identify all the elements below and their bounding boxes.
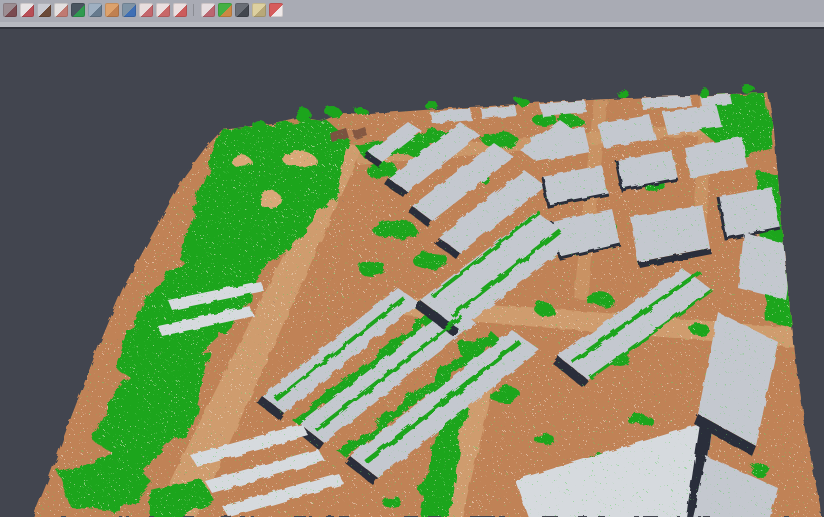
mesh-icon[interactable] bbox=[37, 3, 51, 17]
classification-colors-icon[interactable] bbox=[218, 3, 232, 17]
import-cloud-icon[interactable] bbox=[20, 3, 34, 17]
tree bbox=[293, 108, 311, 120]
snapshot-icon[interactable] bbox=[235, 3, 249, 17]
toolbar-separator bbox=[190, 3, 198, 17]
tree bbox=[741, 85, 755, 93]
tree bbox=[251, 119, 265, 129]
zoom-extents-icon[interactable] bbox=[173, 3, 187, 17]
layers-icon[interactable] bbox=[139, 3, 153, 17]
toolbar-icons bbox=[3, 3, 283, 17]
sample-points-icon[interactable] bbox=[54, 3, 68, 17]
tree bbox=[696, 87, 708, 95]
tree bbox=[354, 106, 366, 114]
clear-selection-icon[interactable] bbox=[201, 3, 215, 17]
side-panel-icon[interactable] bbox=[88, 3, 102, 17]
measure-icon[interactable] bbox=[252, 3, 266, 17]
target-icon[interactable] bbox=[156, 3, 170, 17]
scene-canvas bbox=[0, 29, 824, 517]
terrain-icon[interactable] bbox=[71, 3, 85, 17]
tree bbox=[425, 102, 439, 110]
tree bbox=[516, 97, 528, 105]
tree bbox=[618, 91, 630, 99]
application-window bbox=[0, 0, 824, 517]
open-file-icon[interactable] bbox=[3, 3, 17, 17]
flag-icon[interactable] bbox=[269, 3, 283, 17]
crop-box-icon[interactable] bbox=[105, 3, 119, 17]
3d-viewport[interactable] bbox=[0, 29, 824, 517]
terrain bbox=[0, 29, 824, 517]
point-speckle-green bbox=[0, 29, 824, 517]
globe-icon[interactable] bbox=[122, 3, 136, 17]
tree bbox=[324, 106, 340, 116]
main-toolbar bbox=[0, 0, 824, 29]
